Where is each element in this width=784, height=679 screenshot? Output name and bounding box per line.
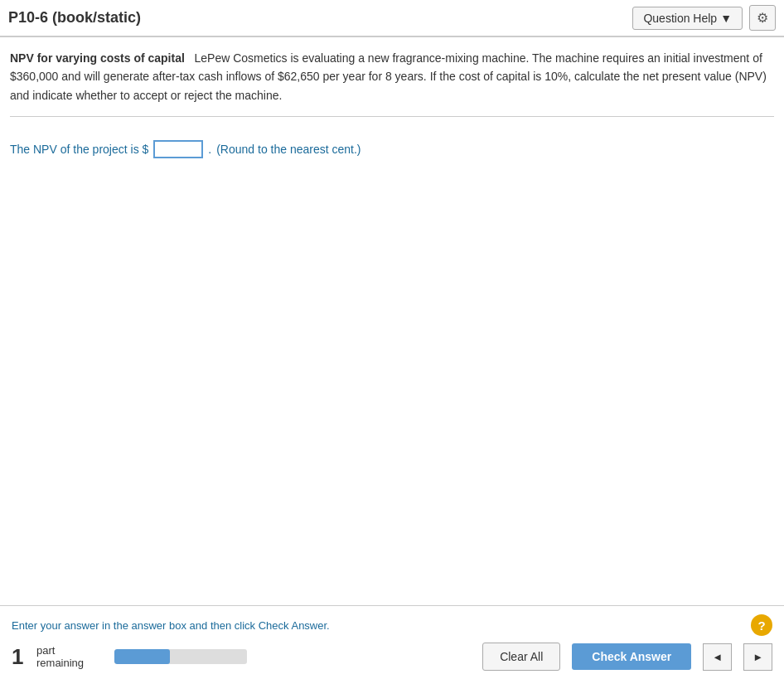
question-block: NPV for varying costs of capital LePew C… bbox=[10, 49, 774, 117]
bottom-controls-row: 1 part remaining Clear All Check Answer … bbox=[12, 643, 772, 671]
part-info: part remaining bbox=[36, 644, 103, 669]
progress-bar-fill bbox=[114, 649, 170, 664]
page-header: P10-6 (book/static) Question Help ▼ ⚙ bbox=[0, 0, 784, 37]
progress-bar-container bbox=[114, 649, 247, 664]
npv-answer-input[interactable] bbox=[153, 140, 203, 158]
help-circle-button[interactable]: ? bbox=[751, 614, 772, 636]
answer-line: The NPV of the project is $ . (Round to … bbox=[10, 140, 774, 158]
help-icon: ? bbox=[757, 618, 765, 633]
gear-button[interactable]: ⚙ bbox=[749, 5, 776, 31]
question-help-button[interactable]: Question Help ▼ bbox=[632, 7, 743, 30]
question-help-label: Question Help bbox=[643, 12, 717, 25]
check-answer-button[interactable]: Check Answer bbox=[572, 643, 691, 670]
answer-suffix: . bbox=[208, 143, 211, 156]
prev-button[interactable]: ◄ bbox=[703, 643, 732, 671]
bottom-bar: Enter your answer in the answer box and … bbox=[0, 605, 784, 679]
question-bold-label: NPV for varying costs of capital bbox=[10, 51, 185, 65]
question-text: NPV for varying costs of capital LePew C… bbox=[10, 49, 774, 104]
answer-prefix: The NPV of the project is $ bbox=[10, 143, 148, 156]
gear-icon: ⚙ bbox=[757, 11, 768, 25]
chevron-down-icon: ▼ bbox=[720, 12, 732, 25]
round-note: (Round to the nearest cent.) bbox=[216, 143, 361, 156]
bottom-instruction-row: Enter your answer in the answer box and … bbox=[12, 614, 772, 636]
remaining-label: remaining bbox=[36, 657, 103, 669]
part-number: 1 bbox=[12, 646, 25, 667]
bottom-instruction-text: Enter your answer in the answer box and … bbox=[12, 619, 330, 632]
next-button[interactable]: ► bbox=[743, 643, 772, 671]
main-content: NPV for varying costs of capital LePew C… bbox=[0, 37, 784, 605]
page-title: P10-6 (book/static) bbox=[8, 9, 141, 27]
header-actions: Question Help ▼ ⚙ bbox=[632, 5, 776, 31]
clear-all-button[interactable]: Clear All bbox=[482, 643, 560, 671]
part-label: part bbox=[36, 644, 103, 657]
